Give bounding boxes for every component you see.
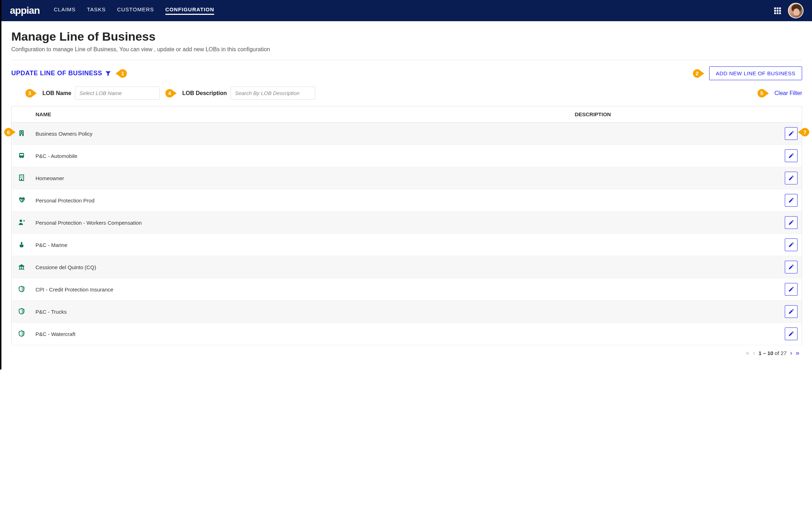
filter-row: 3 LOB Name 4 LOB Description 5 Clear Fil… — [11, 87, 802, 100]
row-icon-cell — [12, 145, 31, 167]
table-row: Cessione del Quinto (CQ) — [12, 256, 802, 278]
page-next-icon[interactable]: › — [790, 349, 792, 357]
callout-7-wrap: 7 — [801, 128, 809, 136]
row-icon-cell — [12, 167, 31, 189]
building-outline-icon — [18, 174, 25, 181]
row-name: P&C - Watercraft — [31, 323, 571, 345]
row-name: Business Owners Policy — [31, 123, 571, 145]
edit-button[interactable] — [785, 238, 798, 251]
pencil-icon — [788, 286, 794, 293]
nav-claims[interactable]: CLAIMS — [54, 6, 76, 15]
lob-desc-input[interactable] — [230, 87, 315, 100]
pencil-icon — [788, 264, 794, 270]
filter-name-group: 3 LOB Name — [25, 87, 160, 100]
shield-icon — [18, 330, 25, 337]
nav-tasks[interactable]: TASKS — [87, 6, 106, 15]
lob-table: NAME DESCRIPTION Business Owners PolicyP… — [11, 106, 802, 345]
row-description — [570, 123, 781, 145]
row-name: CPI - Credit Protection Insurance — [31, 278, 571, 301]
row-name: Personal Protection - Workers Compensati… — [31, 212, 571, 234]
edit-button[interactable] — [785, 261, 798, 273]
row-description — [570, 278, 781, 301]
th-icon — [12, 106, 31, 123]
page-last-icon[interactable]: » — [796, 349, 799, 357]
row-action-cell — [781, 234, 802, 256]
row-icon-cell — [12, 256, 31, 278]
callout-7: 7 — [801, 128, 809, 136]
page-first-icon[interactable]: « — [746, 349, 749, 357]
row-name: Personal Protection Prod — [31, 189, 571, 212]
callout-6-wrap: 6 — [4, 128, 13, 136]
edit-button[interactable] — [785, 327, 798, 340]
callout-6: 6 — [4, 128, 13, 136]
pencil-icon — [788, 219, 794, 226]
pencil-icon — [788, 197, 794, 203]
table-row: Homeowner — [12, 167, 802, 189]
nav-customers[interactable]: CUSTOMERS — [117, 6, 154, 15]
user-plus-icon — [18, 219, 25, 226]
edit-button[interactable] — [785, 172, 798, 184]
row-icon-cell — [12, 301, 31, 323]
user-avatar[interactable] — [788, 3, 804, 18]
row-icon-cell — [12, 278, 31, 301]
row-icon-cell — [12, 234, 31, 256]
clear-filter-link[interactable]: Clear Filter — [775, 90, 802, 96]
row-name: Homeowner — [31, 167, 571, 189]
section-right: 2 ADD NEW LINE OF BUSINESS — [693, 66, 802, 80]
row-action-cell — [781, 256, 802, 278]
row-action-cell — [781, 145, 802, 167]
pencil-icon — [788, 242, 794, 248]
edit-button[interactable] — [785, 149, 798, 162]
add-lob-button[interactable]: ADD NEW LINE OF BUSINESS — [709, 66, 802, 80]
callout-3: 3 — [25, 89, 34, 98]
pencil-icon — [788, 331, 794, 337]
th-action — [781, 106, 802, 123]
pencil-icon — [788, 308, 794, 315]
primary-nav: CLAIMS TASKS CUSTOMERS CONFIGURATION — [54, 6, 774, 15]
th-name[interactable]: NAME — [31, 106, 571, 123]
th-description[interactable]: DESCRIPTION — [570, 106, 781, 123]
row-description — [570, 189, 781, 212]
edit-button[interactable] — [785, 127, 798, 140]
row-action-cell — [781, 323, 802, 345]
page-prev-icon[interactable]: ‹ — [753, 349, 755, 357]
edit-button[interactable] — [785, 305, 798, 318]
apps-grid-icon[interactable] — [774, 7, 781, 14]
pencil-icon — [788, 130, 794, 137]
lob-name-input[interactable] — [75, 87, 160, 100]
edit-button[interactable] — [785, 283, 798, 296]
app-header: appian CLAIMS TASKS CUSTOMERS CONFIGURAT… — [1, 0, 812, 21]
row-action-cell — [781, 301, 802, 323]
table-row: Personal Protection Prod — [12, 189, 802, 212]
row-action-cell — [781, 212, 802, 234]
lob-name-label: LOB Name — [42, 90, 71, 96]
row-description — [570, 323, 781, 345]
row-action-cell — [781, 278, 802, 301]
row-description — [570, 301, 781, 323]
shield-icon — [18, 285, 25, 293]
section-title: UPDATE LINE OF BUSINESS — [11, 70, 102, 77]
table-row: P&C - Marine — [12, 234, 802, 256]
pagination: « ‹ 1 – 10 of 27 › » — [11, 345, 802, 361]
row-description — [570, 256, 781, 278]
header-right — [774, 3, 804, 18]
row-action-cell — [781, 189, 802, 212]
shield-icon — [18, 308, 25, 315]
row-name: Cessione del Quinto (CQ) — [31, 256, 571, 278]
lob-table-wrap: 6 7 NAME DESCRIPTION Business Owners Pol… — [11, 106, 802, 361]
nav-configuration[interactable]: CONFIGURATION — [165, 6, 214, 15]
filter-icon[interactable] — [105, 70, 111, 77]
row-icon-cell — [12, 212, 31, 234]
edit-button[interactable] — [785, 216, 798, 229]
page-content: Manage Line of Business Configuration to… — [1, 21, 812, 370]
table-row: P&C - Automobile — [12, 145, 802, 167]
table-row: P&C - Trucks — [12, 301, 802, 323]
row-icon-cell — [12, 189, 31, 212]
row-description — [570, 167, 781, 189]
section-header-row: UPDATE LINE OF BUSINESS 1 2 ADD NEW LINE… — [11, 66, 802, 80]
callout-1: 1 — [118, 69, 127, 78]
edit-button[interactable] — [785, 194, 798, 207]
bank-icon — [18, 263, 25, 270]
building-solid-icon — [18, 130, 25, 137]
heartbeat-icon — [18, 196, 25, 203]
